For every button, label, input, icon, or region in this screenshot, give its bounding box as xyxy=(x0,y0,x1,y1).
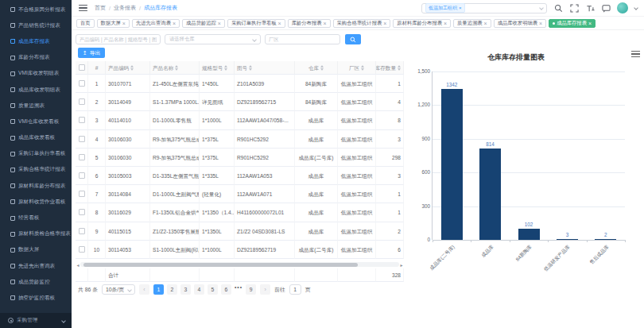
row-checkbox[interactable] xyxy=(79,136,85,142)
row-checkbox[interactable] xyxy=(79,98,85,105)
sidebar-item[interactable]: 采购订单执行率看板 xyxy=(0,146,72,162)
table-header-col[interactable]: 库存数量 xyxy=(376,61,404,75)
export-button[interactable]: ↥ 导出 xyxy=(78,48,105,58)
tab-item[interactable]: 采购合格率统计报表× xyxy=(333,19,391,28)
tab-item[interactable]: 先进先出查询表× xyxy=(132,19,180,28)
page-button[interactable]: 3 xyxy=(180,284,191,295)
sidebar-item[interactable]: 采购合格率统计报表 xyxy=(0,162,72,178)
tab-item[interactable]: 原材料库龄分布报表× xyxy=(393,19,451,28)
row-checkbox[interactable] xyxy=(79,209,85,215)
sidebar-item[interactable]: 库龄分布报表 xyxy=(0,50,72,66)
user-menu-caret-icon[interactable] xyxy=(634,6,638,10)
sidebar-collapse-icon[interactable] xyxy=(79,5,87,12)
organization-select[interactable]: 低温加工组织 × xyxy=(421,3,547,14)
table-header-col[interactable]: 图号 xyxy=(235,61,295,75)
sort-icon[interactable] xyxy=(361,65,364,71)
search-icon[interactable] xyxy=(553,3,563,13)
sidebar-item[interactable]: 成品货龄监控 xyxy=(0,274,72,290)
scrollbar-track[interactable] xyxy=(80,262,399,267)
tab-item[interactable]: 成品货龄追踪× xyxy=(182,19,225,28)
tab-close-icon[interactable]: × xyxy=(122,21,126,26)
page-button[interactable]: 2 xyxy=(167,284,177,295)
sort-icon[interactable] xyxy=(249,65,252,71)
chart-menu-icon[interactable] xyxy=(631,51,640,57)
tab-close-icon[interactable]: × xyxy=(218,21,221,26)
tab-active[interactable]: 成品库存报表× xyxy=(549,19,596,28)
sidebar-item[interactable]: 成品库收发明细表 xyxy=(0,82,72,98)
sidebar-item[interactable]: 先进先出查询表 xyxy=(0,258,72,274)
sidebar-item[interactable]: 原材料库龄分布报表 xyxy=(0,178,72,194)
row-checkbox[interactable] xyxy=(79,228,85,234)
tab-close-icon[interactable]: × xyxy=(383,21,386,26)
search-button[interactable] xyxy=(345,34,361,44)
factory-input[interactable] xyxy=(265,34,340,44)
tab-close-icon[interactable]: × xyxy=(484,21,487,26)
pagination-ellipsis[interactable]: ••• xyxy=(235,284,242,295)
tab-close-icon[interactable]: × xyxy=(278,21,281,26)
sidebar-item[interactable]: 产品销售统计报表 xyxy=(0,17,72,33)
page-button[interactable]: 9 xyxy=(246,284,256,295)
breadcrumb-section[interactable]: 业务报表 xyxy=(114,4,136,12)
tab-close-icon[interactable]: × xyxy=(588,21,592,26)
keyword-input[interactable] xyxy=(76,34,161,44)
table-header-col[interactable]: 规格型号 xyxy=(200,61,235,75)
tab-item[interactable]: 采购订单执行率看板× xyxy=(227,19,285,28)
breadcrumb-home[interactable]: 首页 xyxy=(95,4,106,12)
row-checkbox[interactable] xyxy=(79,154,85,160)
select-all-checkbox[interactable] xyxy=(79,64,85,71)
tab-item[interactable]: 库龄分布报表× xyxy=(288,19,331,28)
page-button[interactable]: 6 xyxy=(221,284,231,295)
tab-close-icon[interactable]: × xyxy=(173,21,176,26)
tab-item[interactable]: 数据大屏× xyxy=(97,19,130,28)
prev-page-button[interactable]: ‹ xyxy=(139,284,149,295)
next-page-button[interactable]: › xyxy=(260,284,270,295)
row-checkbox[interactable] xyxy=(79,246,85,253)
page-button[interactable]: 1 xyxy=(153,284,164,295)
message-icon[interactable] xyxy=(601,3,611,13)
sort-icon[interactable] xyxy=(175,65,178,71)
sidebar-item[interactable]: 成品库存报表 xyxy=(0,33,72,49)
warehouse-select[interactable]: 请选择仓库 xyxy=(165,34,261,44)
tag-close-icon[interactable]: × xyxy=(459,6,462,10)
tab-close-icon[interactable]: × xyxy=(539,21,542,26)
avatar[interactable] xyxy=(617,2,628,14)
table-header-col[interactable]: 产品名称 xyxy=(150,61,200,75)
sort-icon[interactable] xyxy=(320,65,324,71)
sort-icon[interactable] xyxy=(398,65,401,71)
sidebar-item[interactable]: VMI库收发明细表 xyxy=(0,66,72,82)
tab-item[interactable]: 成品库收发明细表× xyxy=(494,19,546,28)
page-button[interactable]: 5 xyxy=(208,284,218,295)
tab-close-icon[interactable]: × xyxy=(444,21,447,26)
row-checkbox[interactable] xyxy=(79,117,85,123)
page-size-select[interactable]: 10条/页 xyxy=(102,284,135,295)
sidebar-item[interactable]: 数据大屏 xyxy=(0,242,72,258)
row-checkbox[interactable] xyxy=(79,191,85,197)
table-header-col[interactable]: 厂区 xyxy=(338,61,376,75)
row-checkbox[interactable] xyxy=(79,80,85,87)
scroll-right-icon[interactable]: ▸ xyxy=(399,262,404,268)
tab-close-icon[interactable]: × xyxy=(323,21,326,26)
sidebar-item[interactable]: 抽空炉监控看板 xyxy=(0,290,72,306)
organization-tag[interactable]: 低温加工组织 × xyxy=(425,3,465,13)
fullscreen-icon[interactable] xyxy=(569,3,579,13)
sidebar-item[interactable]: 原材料质检合格率报表 xyxy=(0,226,72,242)
sidebar-footer-group[interactable]: 采购管理 xyxy=(0,313,72,328)
row-checkbox[interactable] xyxy=(79,172,85,179)
page-button[interactable]: 4 xyxy=(194,284,204,295)
table-header-col[interactable]: 仓库 xyxy=(295,61,338,75)
sidebar-item[interactable]: VMI仓库收发看板 xyxy=(0,114,72,129)
pagination-total: 共 86 条 xyxy=(78,286,98,294)
sidebar-item[interactable]: 不合格原因分析报表 xyxy=(0,2,72,17)
sort-icon[interactable] xyxy=(224,65,227,71)
tab-item[interactable]: 首页 xyxy=(76,19,95,28)
sort-icon[interactable] xyxy=(130,65,134,71)
sidebar-item[interactable]: 原材料收货作业看板 xyxy=(0,194,72,210)
goto-page-input[interactable] xyxy=(289,284,301,295)
sidebar-item[interactable]: 成品库收发看板 xyxy=(0,130,72,146)
table-header-col[interactable]: 产品编码 xyxy=(106,61,150,75)
scrollbar-thumb[interactable] xyxy=(83,263,358,267)
tab-item[interactable]: 质量追溯表× xyxy=(453,19,491,28)
sidebar-item[interactable]: 经营看板 xyxy=(0,210,72,226)
font-size-icon[interactable] xyxy=(585,3,595,13)
sidebar-item[interactable]: 质量追溯表 xyxy=(0,98,72,114)
